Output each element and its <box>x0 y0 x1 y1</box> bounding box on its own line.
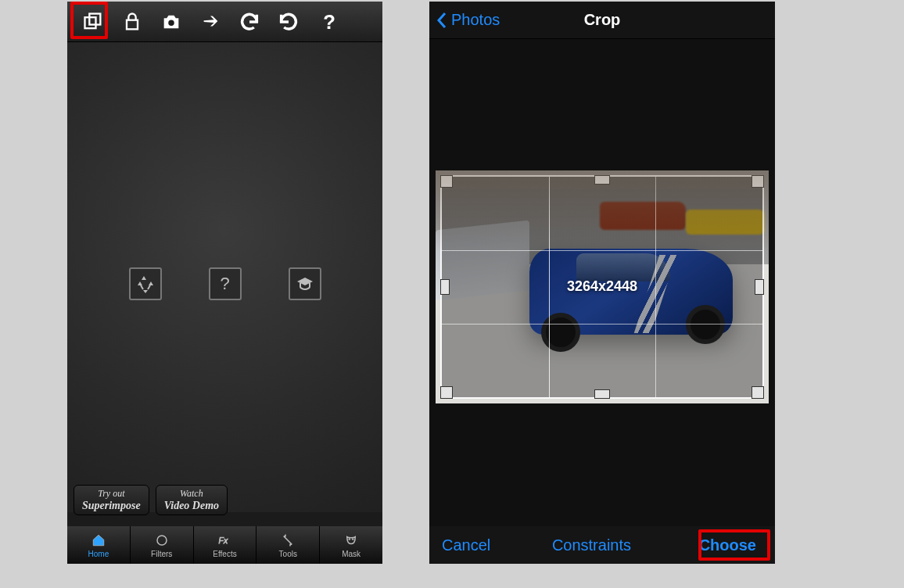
crop-handle-tm[interactable] <box>594 175 610 185</box>
promo-line: Try out <box>82 489 141 499</box>
grid-line <box>442 324 762 324</box>
recycle-icon[interactable] <box>129 267 162 300</box>
crop-handle-bl[interactable] <box>440 386 453 399</box>
promo-video-demo[interactable]: Watch Video Demo <box>156 485 228 515</box>
filters-icon <box>153 532 170 548</box>
promo-line: Video Demo <box>164 500 219 511</box>
top-toolbar: ? <box>67 2 382 42</box>
crop-screen: Photos Crop 3264x2448 <box>429 2 775 564</box>
editor-screen: ? ? Try out Superimpose Watch Video Demo… <box>67 2 382 564</box>
crop-handle-mr[interactable] <box>755 279 764 295</box>
crop-dimensions: 3264x2448 <box>442 278 762 295</box>
crop-handle-br[interactable] <box>752 386 764 399</box>
crop-handle-ml[interactable] <box>440 279 450 295</box>
redo-icon[interactable] <box>269 6 308 38</box>
promo-line: Superimpose <box>82 500 141 511</box>
crop-grid[interactable]: 3264x2448 <box>440 175 764 399</box>
svg-rect-2 <box>127 20 138 29</box>
highlight-layers-button <box>70 2 108 39</box>
crop-handle-bm[interactable] <box>594 389 610 399</box>
graduation-icon[interactable] <box>289 267 321 300</box>
crop-handle-tr[interactable] <box>752 175 764 188</box>
photo-red-car <box>600 202 686 230</box>
photo-wheel <box>686 305 725 344</box>
tab-label: Effects <box>213 550 236 558</box>
empty-state-actions: ? <box>67 267 382 300</box>
back-label: Photos <box>451 11 500 29</box>
photo-laptop <box>436 220 529 301</box>
photo-wheel <box>541 313 580 352</box>
tools-icon <box>279 532 296 548</box>
photo-yellow-car <box>686 210 764 235</box>
cancel-button[interactable]: Cancel <box>442 536 490 554</box>
grid-line <box>655 177 656 397</box>
undo-icon[interactable] <box>230 6 269 38</box>
grid-line <box>442 250 762 251</box>
promo-superimpose[interactable]: Try out Superimpose <box>74 485 149 515</box>
svg-text:Fx: Fx <box>219 535 228 544</box>
highlight-choose-button <box>698 529 770 561</box>
tab-label: Filters <box>151 550 172 558</box>
tab-effects[interactable]: Fx Effects <box>193 526 256 564</box>
promo-line: Watch <box>164 489 219 499</box>
back-button[interactable]: Photos <box>429 11 500 29</box>
tab-filters[interactable]: Filters <box>130 526 193 564</box>
svg-point-7 <box>349 538 350 540</box>
svg-point-3 <box>168 20 174 25</box>
photo-blue-car <box>529 249 733 335</box>
tab-label: Home <box>88 550 109 558</box>
constraints-button[interactable]: Constraints <box>552 536 631 554</box>
chevron-left-icon <box>436 13 448 28</box>
promo-row: Try out Superimpose Watch Video Demo <box>74 485 228 515</box>
crop-area[interactable]: 3264x2448 <box>429 39 775 526</box>
lock-icon[interactable] <box>113 6 152 38</box>
share-icon[interactable] <box>191 6 230 38</box>
svg-point-5 <box>157 536 167 545</box>
photo-desk <box>436 264 769 403</box>
nav-bar: Photos Crop <box>429 2 775 39</box>
tab-home[interactable]: Home <box>67 526 130 564</box>
tab-mask[interactable]: Mask <box>319 526 382 564</box>
question-icon[interactable]: ? <box>209 267 242 300</box>
tab-label: Tools <box>279 550 297 558</box>
tab-label: Mask <box>342 550 361 558</box>
effects-icon: Fx <box>216 532 233 548</box>
crop-frame[interactable]: 3264x2448 <box>436 170 769 403</box>
svg-point-8 <box>352 538 353 540</box>
mask-icon <box>343 532 360 548</box>
svg-text:?: ? <box>323 11 335 33</box>
camera-icon[interactable] <box>152 6 191 38</box>
crop-handle-tl[interactable] <box>440 175 453 188</box>
help-icon[interactable]: ? <box>308 6 347 38</box>
bottom-tabs: Home Filters Fx Effects Tools Mask <box>67 526 382 564</box>
home-icon <box>90 532 107 548</box>
tab-tools[interactable]: Tools <box>256 526 319 564</box>
grid-line <box>549 177 550 397</box>
